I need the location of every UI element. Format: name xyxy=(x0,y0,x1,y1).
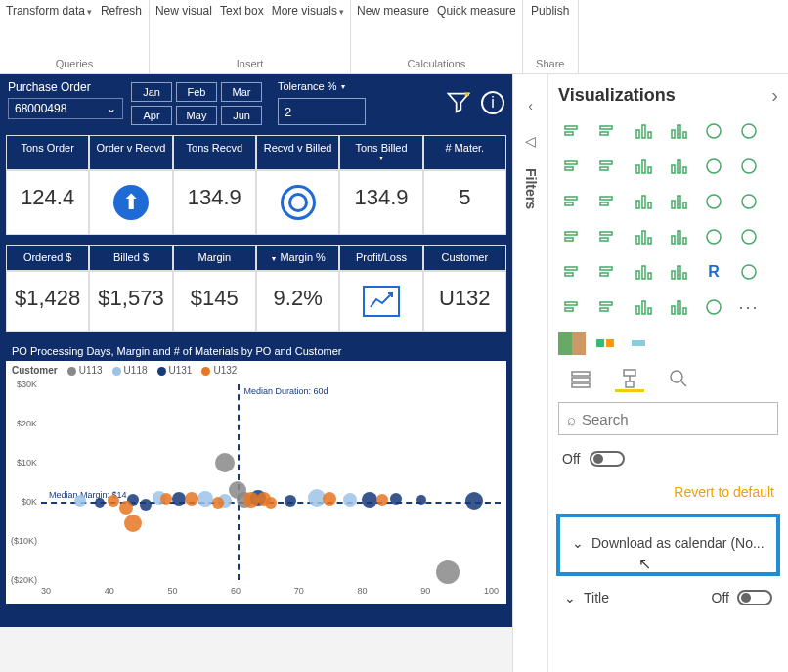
viz-line-col-icon[interactable] xyxy=(664,152,693,181)
viz-pie-icon[interactable] xyxy=(664,187,693,216)
svg-rect-60 xyxy=(565,308,573,311)
viz-stacked-area-icon[interactable] xyxy=(629,152,658,181)
bubble-U132[interactable] xyxy=(185,492,198,506)
viz-more-icon[interactable]: ··· xyxy=(734,292,764,322)
viz-map-icon[interactable] xyxy=(558,222,588,251)
analytics-tab[interactable] xyxy=(664,367,693,392)
viz-paginated-icon[interactable] xyxy=(664,292,693,322)
viz-line-col-2-icon[interactable] xyxy=(699,152,728,181)
bubble-U132[interactable] xyxy=(160,493,172,505)
quick-measure-button[interactable]: Quick measure xyxy=(437,2,516,18)
info-icon[interactable]: i xyxy=(481,91,504,114)
bubble-U113[interactable] xyxy=(215,453,235,472)
chevron-right-icon[interactable]: › xyxy=(771,84,778,107)
text-box-button[interactable]: Text box xyxy=(220,2,264,18)
viz-filled-map-icon[interactable] xyxy=(593,222,623,251)
bubble-U132[interactable] xyxy=(243,492,259,508)
title-toggle[interactable] xyxy=(737,590,772,605)
bubble-U131[interactable] xyxy=(285,495,296,507)
viz-ribbon-icon[interactable] xyxy=(734,152,764,181)
month-may[interactable]: May xyxy=(176,106,217,125)
more-visuals-button[interactable]: More visuals▾ xyxy=(272,2,344,18)
col-tons-billed: Tons Billed▼ xyxy=(339,135,422,170)
filters-pane-collapsed[interactable]: ‹ ◁ Filters xyxy=(513,74,548,672)
bubble-U132[interactable] xyxy=(265,497,277,509)
viz-stacked-bar-100-icon[interactable] xyxy=(699,116,728,146)
viz-narrative-icon[interactable] xyxy=(629,292,658,322)
svg-point-69 xyxy=(707,300,721,314)
property-toggle[interactable] xyxy=(590,451,625,467)
fields-tab[interactable] xyxy=(566,367,595,392)
transform-data-button[interactable]: Transform data▾ xyxy=(6,2,92,18)
viz-scatter-icon[interactable] xyxy=(629,187,658,216)
month-jun[interactable]: Jun xyxy=(221,106,262,125)
po-dropdown[interactable]: 68000498 ⌄ xyxy=(8,98,123,119)
svg-rect-73 xyxy=(624,370,635,376)
bubble-U132[interactable] xyxy=(376,494,388,506)
viz-stacked-bar-icon[interactable] xyxy=(558,116,588,146)
bubble-U131[interactable] xyxy=(172,492,186,506)
viz-area-icon[interactable] xyxy=(593,152,623,181)
bubble-U131[interactable] xyxy=(362,492,377,508)
viz-key-influencers-icon[interactable] xyxy=(734,257,764,287)
viz-qa-icon[interactable] xyxy=(593,292,623,322)
viz-card-icon[interactable] xyxy=(699,222,728,251)
svg-rect-27 xyxy=(600,202,608,205)
col-ordered: Ordered $ xyxy=(6,245,89,271)
viz-line-icon[interactable] xyxy=(558,152,588,181)
month-mar[interactable]: Mar xyxy=(221,82,262,102)
viz-stacked-col-100-icon[interactable] xyxy=(734,116,764,146)
bubble-U131[interactable] xyxy=(465,492,483,510)
tolerance-input[interactable]: 2 xyxy=(278,98,366,125)
viz-table-icon[interactable] xyxy=(629,257,658,287)
viz-waterfall-icon[interactable] xyxy=(558,187,588,216)
viz-clustered-col-icon[interactable] xyxy=(664,116,693,146)
new-measure-button[interactable]: New measure xyxy=(357,2,429,18)
viz-arcgis-icon[interactable] xyxy=(699,292,728,322)
custom-visual-1[interactable] xyxy=(558,332,586,355)
viz-multi-card-icon[interactable] xyxy=(734,222,764,251)
viz-gauge-icon[interactable] xyxy=(664,222,693,251)
bubble-U131[interactable] xyxy=(95,498,105,508)
bubble-U132[interactable] xyxy=(212,497,224,509)
bubble-U132[interactable] xyxy=(124,515,142,532)
format-search-input[interactable]: ⌕ Search xyxy=(558,402,778,435)
viz-r-visual-icon[interactable]: R xyxy=(699,257,728,287)
viz-funnel-icon[interactable] xyxy=(593,187,623,216)
bubble-U131[interactable] xyxy=(140,499,152,511)
bubble-U118[interactable] xyxy=(343,493,357,507)
viz-slicer-icon[interactable] xyxy=(593,257,623,287)
viz-treemap-icon[interactable] xyxy=(734,187,764,216)
bubble-U118[interactable] xyxy=(197,491,213,507)
viz-stacked-col-icon[interactable] xyxy=(629,116,658,146)
month-jan[interactable]: Jan xyxy=(131,82,172,102)
custom-visual-3[interactable] xyxy=(625,332,652,355)
format-tab[interactable] xyxy=(615,367,644,392)
bubble-U132[interactable] xyxy=(323,492,336,506)
viz-donut-icon[interactable] xyxy=(699,187,728,216)
viz-clustered-bar-icon[interactable] xyxy=(593,116,623,146)
new-visual-button[interactable]: New visual xyxy=(155,2,212,18)
bubble-U132[interactable] xyxy=(108,495,119,507)
bubble-U131[interactable] xyxy=(390,493,402,505)
month-apr[interactable]: Apr xyxy=(131,106,172,125)
revert-to-default-link[interactable]: Revert to default xyxy=(548,474,788,508)
viz-matrix-icon[interactable] xyxy=(664,257,693,287)
publish-button[interactable]: Publish xyxy=(529,2,572,18)
bubble-U131[interactable] xyxy=(416,495,426,505)
svg-point-46 xyxy=(707,230,721,244)
filter-funnel-icon[interactable] xyxy=(444,88,473,117)
bubble-U118[interactable] xyxy=(74,495,86,507)
title-section-label[interactable]: Title xyxy=(584,590,704,605)
bubble-U113[interactable] xyxy=(436,560,460,584)
viz-decomp-icon[interactable] xyxy=(558,292,588,322)
ribbon-group-share: Publish Share xyxy=(523,0,579,73)
download-as-calendar-header[interactable]: ⌄ Download as calendar (No... xyxy=(566,535,770,551)
viz-shape-map-icon[interactable] xyxy=(629,222,658,251)
viz-kpi-icon[interactable] xyxy=(558,257,588,287)
scatter-chart[interactable]: PO Processing Days, Margin and # of Mate… xyxy=(6,341,506,604)
bubble-U132[interactable] xyxy=(119,501,133,515)
month-feb[interactable]: Feb xyxy=(176,82,217,102)
refresh-button[interactable]: Refresh xyxy=(100,2,143,18)
custom-visual-2[interactable] xyxy=(591,332,619,355)
